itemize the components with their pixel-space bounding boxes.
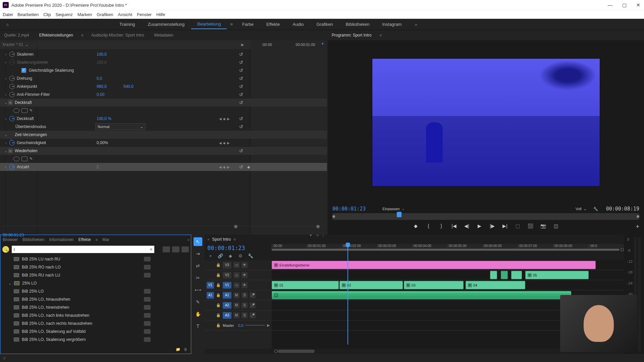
lock-icon[interactable]: 🔒 [216, 283, 221, 287]
track-output-icon[interactable]: ▭ [233, 262, 239, 268]
timeline-timecode[interactable]: 00:00:01:23 [207, 245, 245, 251]
track-output-icon[interactable]: ▭ [233, 272, 239, 278]
prop-speed-value[interactable]: 0,00% [97, 140, 123, 145]
clip-05[interactable]: fx05 [525, 271, 589, 279]
play-only-icon[interactable]: ▶ [241, 43, 244, 47]
reset-icon[interactable]: ↺ [239, 148, 243, 154]
hand-tool[interactable]: ✋ [194, 310, 202, 318]
scrub-start-handle[interactable] [332, 215, 335, 218]
minimize-button[interactable]: — [607, 2, 613, 8]
preset-item[interactable]: BiB 25% LO [22, 289, 44, 294]
solo-button[interactable]: S [241, 292, 248, 298]
track-output-icon[interactable]: ▭ [233, 282, 239, 288]
prop-anchor-x[interactable]: 960,0 [97, 84, 123, 89]
workspace-audio[interactable]: Audio [286, 20, 310, 29]
work-area-bar[interactable] [272, 249, 619, 251]
step-forward-icon[interactable]: |▶ [489, 223, 496, 229]
lock-icon[interactable]: 🔒 [216, 323, 221, 327]
type-tool[interactable]: T [194, 322, 202, 330]
lock-icon[interactable]: 🔒 [216, 263, 221, 267]
clip-04[interactable]: fx04 [466, 281, 526, 289]
slip-tool[interactable]: ⟷ [194, 286, 202, 294]
preset-item[interactable]: BiB 25% LU nach RU [22, 257, 60, 261]
prev-keyframe-icon[interactable]: ◀ [219, 117, 222, 121]
twirl-icon[interactable]: › [3, 117, 8, 121]
ripple-edit-tool[interactable]: ⇄ [194, 261, 202, 270]
panel-menu-icon[interactable]: ≡ [380, 33, 382, 37]
track-target-v2[interactable]: V2 [223, 272, 231, 279]
twirl-icon[interactable]: ⌄ [3, 101, 8, 105]
scrub-end-handle[interactable] [637, 215, 639, 218]
keyframe-marker-icon[interactable]: ◆ [247, 165, 250, 169]
linked-selection-icon[interactable]: 🔗 [217, 253, 223, 259]
folder-item[interactable]: 25% LO [22, 281, 37, 286]
workspace-libraries[interactable]: Bibliotheken [340, 20, 376, 29]
reset-icon[interactable]: ↺ [239, 116, 243, 121]
workspace-graphics[interactable]: Grafiken [310, 20, 339, 29]
menu-markers[interactable]: Marken [77, 12, 92, 17]
menu-clip[interactable]: Clip [43, 12, 51, 17]
twirl-icon[interactable]: ⌄ [8, 281, 11, 286]
pen-mask-icon[interactable]: ✎ [30, 157, 36, 161]
prop-rotation-value[interactable]: 0,0 [97, 76, 123, 81]
voice-over-icon[interactable]: 🎤 [250, 312, 256, 318]
add-marker-icon[interactable]: ◆ [413, 223, 419, 229]
menu-window[interactable]: Fenster [137, 12, 152, 17]
prev-keyframe-icon[interactable]: ◀ [219, 165, 222, 169]
program-scrubber[interactable] [332, 213, 639, 220]
ellipse-mask-icon[interactable] [13, 157, 19, 161]
delete-icon[interactable]: 🗑 [184, 347, 187, 351]
twirl-icon[interactable]: › [3, 76, 8, 80]
pen-mask-icon[interactable]: ✎ [30, 108, 36, 113]
timeline-playhead[interactable] [347, 244, 348, 345]
effect-timeline-ruler[interactable]: :00:00 00:00:01:00 ▾ [250, 40, 327, 49]
workspace-color[interactable]: Farbe [236, 20, 260, 29]
voice-over-icon[interactable]: 🎤 [250, 302, 256, 308]
export-frame-icon[interactable]: 📷 [540, 223, 547, 229]
preset-item[interactable]: BiB 25% LO, Skalierung vergrößern [22, 337, 86, 342]
timeline-display-icon[interactable]: ⚙ [237, 253, 244, 259]
accelerated-badge-icon[interactable] [163, 246, 170, 252]
next-keyframe-icon[interactable]: ▶ [227, 117, 230, 121]
clear-search-icon[interactable]: ✕ [150, 247, 153, 252]
reset-icon[interactable]: ↺ [239, 52, 243, 57]
32bit-badge-icon[interactable] [172, 246, 179, 252]
twirl-icon[interactable]: › [3, 93, 8, 97]
track-target-v1[interactable]: V1 [223, 282, 231, 289]
lock-icon[interactable]: 🔒 [216, 273, 221, 277]
menu-edit[interactable]: Bearbeiten [17, 12, 39, 17]
playhead-icon[interactable] [397, 212, 401, 217]
zoom-scroll-handle[interactable] [234, 225, 237, 228]
reset-icon[interactable]: ↺ [239, 100, 243, 105]
mark-out-icon[interactable]: } [438, 223, 445, 229]
master-gain-value[interactable]: 0,0 [238, 323, 243, 327]
mark-in-icon[interactable]: { [425, 223, 432, 229]
stopwatch-icon[interactable] [9, 116, 15, 121]
reset-icon[interactable]: ↺ [239, 68, 243, 73]
prop-opacity-value[interactable]: 100,0 % [97, 116, 123, 121]
stopwatch-icon[interactable] [9, 164, 15, 170]
workspace-effects[interactable]: Effekte [260, 20, 286, 29]
track-target-a2[interactable]: A2 [223, 302, 231, 309]
timeline-scrollbar[interactable] [278, 350, 315, 353]
resolution-dropdown[interactable]: Voll⌄ [576, 207, 587, 211]
workspace-editing[interactable]: Bearbeitung [191, 19, 227, 29]
playhead-icon[interactable]: ▾ [322, 42, 324, 46]
step-back-icon[interactable]: ◀| [464, 223, 470, 229]
menu-help[interactable]: Hilfe [156, 12, 165, 17]
source-patch-v1[interactable]: V1 [207, 282, 214, 289]
lock-icon[interactable]: 🔒 [216, 303, 221, 307]
wrench-icon[interactable]: 🔧 [248, 253, 254, 259]
rect-mask-icon[interactable] [21, 157, 28, 161]
stopwatch-icon[interactable] [9, 52, 15, 57]
prev-keyframe-icon[interactable]: ◀ [219, 141, 222, 145]
lock-icon[interactable]: 🔒 [216, 313, 221, 317]
blend-mode-dropdown[interactable]: Normal⌄ [95, 123, 146, 130]
effects-search-input[interactable] [12, 246, 154, 253]
pen-tool[interactable]: ✎ [194, 298, 202, 306]
settings-icon[interactable]: 🔧 [593, 207, 598, 211]
add-marker-icon[interactable]: ◆ [227, 253, 233, 259]
mute-button[interactable]: M [233, 312, 239, 318]
track-select-tool[interactable]: ⇥ [194, 249, 202, 258]
close-button[interactable]: ✕ [635, 2, 641, 8]
